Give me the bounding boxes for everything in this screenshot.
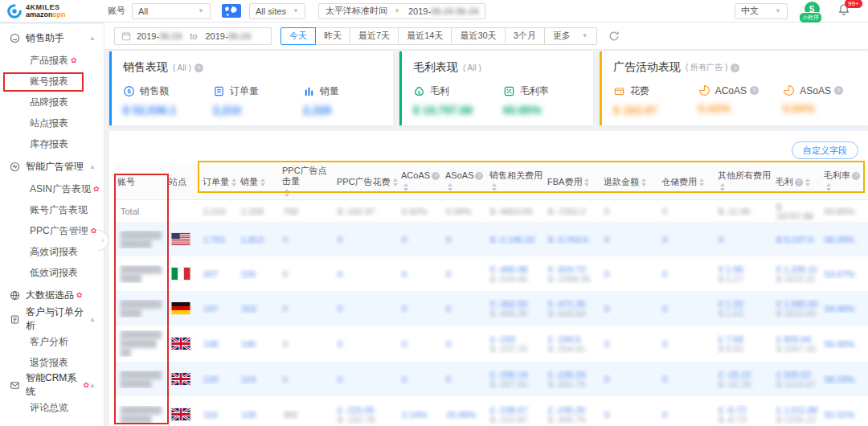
cell-value[interactable]: £ -235.24 bbox=[548, 370, 585, 379]
cell-value[interactable]: 54.46% bbox=[825, 304, 854, 313]
notifications-button[interactable]: 99+ bbox=[837, 3, 850, 18]
info-icon[interactable]: ? bbox=[432, 172, 440, 180]
table-row[interactable]: ██████████████1,7011,8130000$ -2,146.32$… bbox=[116, 223, 868, 256]
sidebar-section[interactable]: 大数据选品✿ bbox=[0, 283, 104, 307]
more-ranges-button[interactable]: 更多▼ bbox=[544, 27, 597, 45]
cell-value[interactable]: 0 bbox=[338, 304, 342, 313]
cell-value[interactable]: € -471.35 bbox=[548, 299, 585, 309]
cell-value[interactable]: 226 bbox=[241, 269, 256, 279]
cell-value[interactable]: £ 926.52 bbox=[776, 370, 811, 379]
cell-value[interactable]: € -924.73 bbox=[548, 264, 585, 274]
cell-value[interactable]: £ -193 bbox=[490, 334, 515, 344]
table-row[interactable]: ██████████████ 1201240000£ -206.14$ -267… bbox=[116, 363, 868, 396]
cell-value[interactable]: £ 7.58 bbox=[719, 334, 743, 344]
cell-value[interactable]: 120 bbox=[203, 375, 218, 384]
sidebar-section[interactable]: 客户与订单分析▲ bbox=[0, 307, 104, 331]
cell-value[interactable]: 52.31% bbox=[825, 410, 854, 420]
sidebar-section[interactable]: 智能CRM系统✿▲ bbox=[0, 373, 104, 397]
column-header[interactable]: 退款金额 bbox=[602, 176, 660, 189]
refresh-button[interactable] bbox=[608, 31, 620, 42]
cell-value[interactable]: $ 9,197.6 bbox=[776, 235, 813, 244]
sidebar-item[interactable]: 站点报表 bbox=[0, 113, 104, 133]
cell-value[interactable]: 0 bbox=[604, 269, 609, 279]
cell-value[interactable]: 0 bbox=[662, 304, 667, 313]
info-icon[interactable]: ? bbox=[834, 86, 843, 95]
cell-value[interactable]: 58.29% bbox=[825, 375, 854, 384]
column-header[interactable]: 毛利率? bbox=[822, 170, 868, 194]
cell-value[interactable]: 128 bbox=[241, 410, 256, 420]
cell-value[interactable]: 0 bbox=[446, 375, 451, 384]
cell-value[interactable]: 124 bbox=[241, 375, 256, 384]
cell-value[interactable]: 1,701 bbox=[203, 235, 226, 244]
cell-value[interactable]: 153 bbox=[241, 304, 256, 313]
cell-value[interactable]: $ -3,763.6 bbox=[548, 235, 588, 244]
cell-value[interactable]: £ -194.5 bbox=[548, 334, 580, 344]
cell-value[interactable]: 0 bbox=[446, 304, 451, 313]
cell-value[interactable]: 2.14% bbox=[402, 410, 427, 420]
cell-value[interactable]: 0 bbox=[662, 375, 667, 384]
cell-value[interactable]: € -466.98 bbox=[490, 264, 527, 274]
miniapp-button[interactable]: S 小程序 bbox=[802, 2, 821, 21]
sidebar-item[interactable]: 退货报表 bbox=[0, 352, 104, 373]
quick-range-button[interactable]: 今天 bbox=[280, 27, 316, 45]
cell-value[interactable]: £ -25.22 bbox=[719, 370, 751, 379]
cell-value[interactable]: € 1.98 bbox=[719, 264, 743, 274]
sidebar-collapse-handle[interactable]: ‹ bbox=[98, 230, 108, 251]
info-icon[interactable]: ? bbox=[475, 172, 483, 180]
column-header[interactable]: PPC广告点击量 bbox=[280, 166, 335, 199]
column-header[interactable]: 销量 bbox=[239, 176, 280, 189]
cell-value[interactable]: 147 bbox=[203, 304, 218, 313]
column-header[interactable]: 其他所有费用 bbox=[716, 170, 774, 194]
cell-value[interactable]: 0 bbox=[604, 235, 609, 244]
sidebar-item[interactable]: 低效词报表 bbox=[0, 262, 104, 283]
table-row[interactable]: ████████████2072260000€ -466.98$ -524.45… bbox=[116, 256, 868, 292]
cell-value[interactable]: 0 bbox=[604, 375, 609, 384]
info-icon[interactable]: ? bbox=[194, 63, 203, 72]
sidebar-item[interactable]: 产品报表✿ bbox=[0, 50, 104, 71]
quick-range-button[interactable]: 3个月 bbox=[505, 27, 545, 45]
cell-value[interactable]: 53.07% bbox=[825, 269, 854, 279]
cell-value[interactable]: 207 bbox=[203, 269, 218, 279]
quick-range-button[interactable]: 最近14天 bbox=[398, 27, 452, 45]
quick-range-button[interactable]: 最近30天 bbox=[451, 27, 505, 45]
cell-value[interactable]: 15.96% bbox=[446, 410, 476, 420]
info-icon[interactable]: ? bbox=[731, 63, 739, 72]
cell-value[interactable]: £ -245.26 bbox=[548, 405, 585, 415]
column-header[interactable]: ACoAS? bbox=[399, 170, 444, 194]
sidebar-section[interactable]: 销售助手▲ bbox=[0, 26, 104, 50]
cell-value[interactable]: £ -206.14 bbox=[490, 370, 527, 379]
cell-value[interactable]: € -362.55 bbox=[490, 299, 527, 309]
cell-value[interactable]: 0 bbox=[446, 269, 451, 279]
sidebar-item[interactable]: 库存报表 bbox=[0, 133, 104, 154]
cell-value[interactable]: 0 bbox=[338, 235, 342, 244]
cell-value[interactable]: 138 bbox=[203, 339, 218, 349]
sidebar-item[interactable]: 品牌报表 bbox=[0, 92, 104, 113]
cell-value[interactable]: 0 bbox=[446, 339, 451, 349]
column-header[interactable]: PPC广告花费 bbox=[335, 176, 399, 189]
cell-value[interactable]: 0 bbox=[604, 339, 609, 349]
cell-value[interactable]: 58.39% bbox=[825, 235, 854, 244]
cell-value[interactable]: £ 809.44 bbox=[776, 334, 811, 344]
cell-value[interactable]: 0 bbox=[338, 339, 342, 349]
quick-range-button[interactable]: 昨天 bbox=[315, 27, 350, 45]
cell-value[interactable]: 116 bbox=[203, 410, 218, 420]
language-select[interactable]: 中文▼ bbox=[735, 3, 788, 19]
info-icon[interactable]: ? bbox=[750, 86, 759, 95]
sidebar-item[interactable]: 高效词报表 bbox=[0, 241, 104, 262]
cell-value[interactable]: 146 bbox=[241, 339, 256, 349]
quick-range-button[interactable]: 最近7天 bbox=[350, 27, 399, 45]
cell-value[interactable]: 0 bbox=[662, 269, 667, 279]
cell-value[interactable]: 0 bbox=[604, 304, 609, 313]
cell-value[interactable]: 0 bbox=[402, 339, 407, 349]
column-header[interactable]: 订单量 bbox=[201, 176, 239, 189]
cell-value[interactable]: 0 bbox=[604, 410, 609, 420]
sidebar-item[interactable]: PPC广告管理✿ bbox=[0, 220, 104, 241]
info-icon[interactable]: ? bbox=[795, 178, 803, 186]
cell-value[interactable]: 0 bbox=[662, 410, 667, 420]
cell-value[interactable]: 1,813 bbox=[241, 235, 264, 244]
world-map-icon[interactable] bbox=[222, 4, 241, 18]
cell-value[interactable]: 0 bbox=[338, 269, 342, 279]
table-row[interactable]: █████████████████ 1381460000£ -193$ -237… bbox=[116, 326, 868, 363]
cell-value[interactable]: 0 bbox=[446, 235, 451, 244]
sidebar-section[interactable]: 智能广告管理▲ bbox=[0, 154, 104, 178]
